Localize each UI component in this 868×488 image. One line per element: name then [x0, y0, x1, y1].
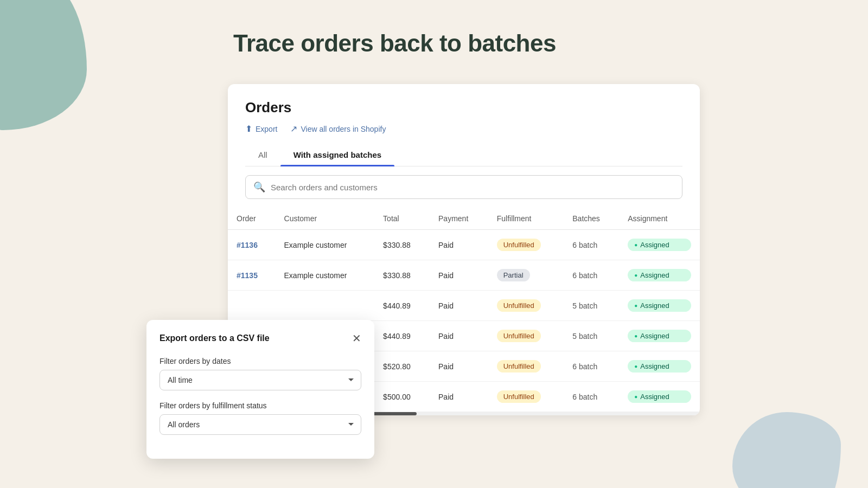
- cell-assignment: Assigned: [619, 382, 700, 412]
- cell-total: $330.88: [374, 230, 430, 260]
- batch-count: 6 batch: [572, 241, 597, 249]
- export-link[interactable]: ⬆ Export: [245, 124, 277, 134]
- col-order: Order: [228, 208, 276, 230]
- cell-payment: Paid: [430, 321, 488, 351]
- batch-count: 5 batch: [572, 332, 597, 341]
- table-row: #1135 Example customer $330.88 Paid Part…: [228, 260, 700, 291]
- cell-assignment: Assigned: [619, 321, 700, 351]
- cell-payment: Paid: [430, 291, 488, 321]
- cell-order[interactable]: #1136: [228, 230, 276, 260]
- cell-fulfillment: Unfulfilled: [488, 382, 564, 412]
- modal-title: Export orders to a CSV file: [159, 333, 270, 343]
- cell-fulfillment: Unfulfilled: [488, 291, 564, 321]
- cell-assignment: Assigned: [619, 230, 700, 260]
- batch-count: 6 batch: [572, 362, 597, 371]
- cell-assignment: Assigned: [619, 291, 700, 321]
- page-title: Trace orders back to batches: [233, 30, 556, 57]
- batch-count: 6 batch: [572, 271, 597, 280]
- assignment-badge: Assigned: [628, 330, 691, 342]
- cell-batches: 6 batch: [564, 230, 619, 260]
- view-shopify-label: View all orders in Shopify: [301, 125, 386, 133]
- col-total: Total: [374, 208, 430, 230]
- assignment-badge: Assigned: [628, 299, 691, 312]
- filter-fulfillment-section: Filter orders by fulfillment status All …: [159, 401, 361, 435]
- cell-fulfillment: Unfulfilled: [488, 321, 564, 351]
- cell-batches: 6 batch: [564, 382, 619, 412]
- decorative-blob-teal: [0, 0, 87, 130]
- cell-customer: Example customer: [276, 230, 375, 260]
- decorative-blob-blue: [732, 412, 841, 488]
- panel-header: Orders ⬆ Export ↗ View all orders in Sho…: [228, 84, 700, 166]
- search-container: 🔍: [228, 166, 700, 208]
- export-icon: ⬆: [245, 124, 252, 134]
- cell-payment: Paid: [430, 230, 488, 260]
- col-payment: Payment: [430, 208, 488, 230]
- export-label: Export: [256, 125, 277, 133]
- cell-customer: Example customer: [276, 260, 375, 291]
- cell-total: $330.88: [374, 260, 430, 291]
- filter-fulfillment-select[interactable]: All orders Fulfilled Unfulfilled Partial: [159, 414, 361, 435]
- search-box: 🔍: [245, 175, 682, 199]
- orders-panel-title: Orders: [245, 99, 682, 116]
- cell-total: $500.00: [374, 382, 430, 412]
- cell-customer: [276, 291, 375, 321]
- fulfillment-badge: Unfulfilled: [497, 239, 541, 251]
- cell-batches: 6 batch: [564, 351, 619, 382]
- close-icon[interactable]: ✕: [352, 333, 361, 344]
- panel-actions: ⬆ Export ↗ View all orders in Shopify: [245, 124, 682, 134]
- cell-assignment: Assigned: [619, 260, 700, 291]
- fulfillment-badge: Partial: [497, 269, 530, 281]
- view-shopify-link[interactable]: ↗ View all orders in Shopify: [290, 124, 386, 134]
- cell-payment: Paid: [430, 382, 488, 412]
- cell-batches: 5 batch: [564, 321, 619, 351]
- assignment-badge: Assigned: [628, 239, 691, 251]
- cell-batches: 6 batch: [564, 260, 619, 291]
- cell-payment: Paid: [430, 260, 488, 291]
- col-fulfillment: Fulfillment: [488, 208, 564, 230]
- filter-dates-select[interactable]: All time Today Last 7 days Last 30 days: [159, 370, 361, 390]
- table-header-row: Order Customer Total Payment Fulfillment…: [228, 208, 700, 230]
- col-batches: Batches: [564, 208, 619, 230]
- fulfillment-badge: Unfulfilled: [497, 299, 541, 312]
- cell-order[interactable]: #1135: [228, 260, 276, 291]
- cell-batches: 5 batch: [564, 291, 619, 321]
- search-input[interactable]: [271, 183, 674, 192]
- assignment-badge: Assigned: [628, 269, 691, 281]
- modal-header: Export orders to a CSV file ✕: [159, 333, 361, 344]
- fulfillment-badge: Unfulfilled: [497, 330, 541, 342]
- assignment-badge: Assigned: [628, 360, 691, 373]
- table-row: #1136 Example customer $330.88 Paid Unfu…: [228, 230, 700, 260]
- cell-total: $440.89: [374, 291, 430, 321]
- tabs: All With assigned batches: [245, 144, 682, 166]
- filter-fulfillment-label: Filter orders by fulfillment status: [159, 401, 361, 410]
- tab-with-batches[interactable]: With assigned batches: [280, 144, 394, 166]
- batch-count: 6 batch: [572, 393, 597, 401]
- col-customer: Customer: [276, 208, 375, 230]
- filter-dates-section: Filter orders by dates All time Today La…: [159, 357, 361, 390]
- cell-fulfillment: Partial: [488, 260, 564, 291]
- cell-order: [228, 291, 276, 321]
- search-icon: 🔍: [253, 181, 265, 193]
- fulfillment-badge: Unfulfilled: [497, 360, 541, 373]
- external-link-icon: ↗: [290, 124, 297, 134]
- col-assignment: Assignment: [619, 208, 700, 230]
- cell-total: $520.80: [374, 351, 430, 382]
- cell-payment: Paid: [430, 351, 488, 382]
- fulfillment-badge: Unfulfilled: [497, 390, 541, 403]
- order-link[interactable]: #1135: [237, 271, 258, 280]
- table-row: $440.89 Paid Unfulfilled 5 batch Assigne…: [228, 291, 700, 321]
- cell-assignment: Assigned: [619, 351, 700, 382]
- cell-fulfillment: Unfulfilled: [488, 351, 564, 382]
- assignment-badge: Assigned: [628, 390, 691, 403]
- cell-fulfillment: Unfulfilled: [488, 230, 564, 260]
- filter-dates-label: Filter orders by dates: [159, 357, 361, 365]
- batch-count: 5 batch: [572, 301, 597, 310]
- tab-all[interactable]: All: [245, 144, 280, 166]
- order-link[interactable]: #1136: [237, 241, 258, 249]
- export-modal: Export orders to a CSV file ✕ Filter ord…: [146, 320, 374, 459]
- cell-total: $440.89: [374, 321, 430, 351]
